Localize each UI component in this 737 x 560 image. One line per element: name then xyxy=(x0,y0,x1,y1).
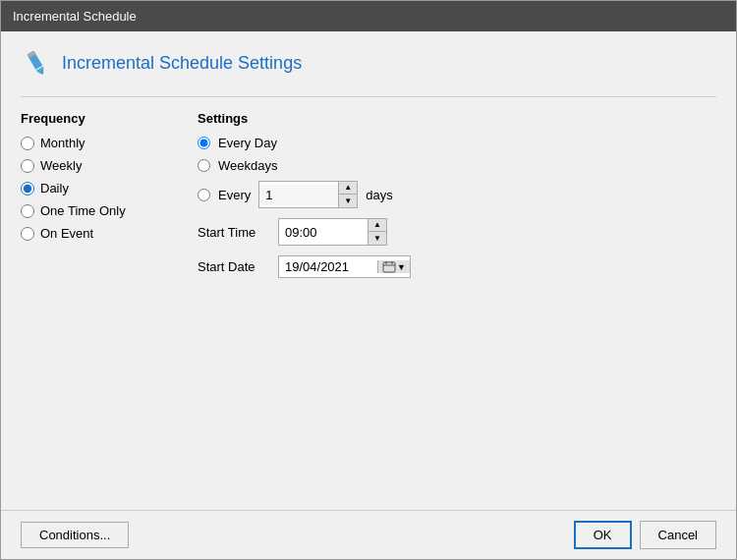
start-time-input-wrapper: ▲ ▼ xyxy=(278,218,387,246)
calendar-dropdown-arrow: ▼ xyxy=(397,262,406,272)
frequency-weekly-label[interactable]: Weekly xyxy=(40,158,82,173)
conditions-button[interactable]: Conditions... xyxy=(21,522,129,548)
frequency-on-event-item[interactable]: On Event xyxy=(21,226,198,241)
settings-section: Settings Every Day Weekdays Every xyxy=(198,111,716,494)
frequency-weekly-item[interactable]: Weekly xyxy=(21,158,198,173)
divider xyxy=(21,96,716,97)
svg-rect-4 xyxy=(383,262,395,272)
every-n-down-button[interactable]: ▼ xyxy=(339,195,357,207)
frequency-on-event-radio[interactable] xyxy=(21,227,34,241)
start-time-row: Start Time ▲ ▼ xyxy=(198,218,716,246)
every-n-spinner-buttons: ▲ ▼ xyxy=(338,182,357,207)
header-title: Incremental Schedule Settings xyxy=(62,53,302,74)
frequency-monthly-item[interactable]: Monthly xyxy=(21,136,198,150)
frequency-daily-item[interactable]: Daily xyxy=(21,181,198,196)
frequency-one-time-radio[interactable] xyxy=(21,204,34,218)
ok-button[interactable]: OK xyxy=(574,521,632,549)
start-time-spinner-buttons: ▲ ▼ xyxy=(368,219,386,245)
every-day-row[interactable]: Every Day xyxy=(198,136,716,150)
cancel-button[interactable]: Cancel xyxy=(640,521,716,549)
every-n-row: Every ▲ ▼ days xyxy=(198,181,716,208)
dialog-title: Incremental Schedule xyxy=(13,9,137,24)
start-time-down-button[interactable]: ▼ xyxy=(368,232,386,245)
weekdays-label[interactable]: Weekdays xyxy=(218,158,277,173)
weekdays-row[interactable]: Weekdays xyxy=(198,158,716,173)
every-n-spinner: ▲ ▼ xyxy=(258,181,358,208)
weekdays-radio[interactable] xyxy=(198,159,210,172)
start-date-input-wrapper: ▼ xyxy=(278,255,411,278)
frequency-one-time-label[interactable]: One Time Only xyxy=(40,203,126,218)
incremental-schedule-dialog: Incremental Schedule Incremental Schedul… xyxy=(0,0,737,560)
days-label: days xyxy=(366,188,392,202)
start-date-row: Start Date ▼ xyxy=(198,255,716,278)
calendar-button[interactable]: ▼ xyxy=(377,260,410,273)
settings-label: Settings xyxy=(198,111,716,126)
start-date-input[interactable] xyxy=(279,256,377,277)
start-time-input[interactable] xyxy=(279,222,368,243)
dialog-footer: Conditions... OK Cancel xyxy=(1,510,736,559)
frequency-daily-radio[interactable] xyxy=(21,182,34,196)
title-bar: Incremental Schedule xyxy=(1,1,736,31)
frequency-on-event-label[interactable]: On Event xyxy=(40,226,93,241)
start-time-up-button[interactable]: ▲ xyxy=(368,219,386,232)
every-n-input[interactable] xyxy=(259,185,338,205)
dialog-body: Incremental Schedule Settings Frequency … xyxy=(1,31,736,510)
frequency-label: Frequency xyxy=(21,111,198,126)
schedule-radio-group: Every Day Weekdays Every ▲ ▼ xyxy=(198,136,716,208)
header-section: Incremental Schedule Settings xyxy=(21,47,716,79)
frequency-section: Frequency Monthly Weekly Daily xyxy=(21,111,198,494)
every-day-radio[interactable] xyxy=(198,137,210,149)
every-n-up-button[interactable]: ▲ xyxy=(339,182,357,195)
frequency-daily-label[interactable]: Daily xyxy=(40,181,69,196)
frequency-one-time-item[interactable]: One Time Only xyxy=(21,203,198,218)
every-n-radio[interactable] xyxy=(198,189,210,201)
content-area: Frequency Monthly Weekly Daily xyxy=(21,111,716,494)
pencil-icon xyxy=(21,47,52,79)
frequency-monthly-radio[interactable] xyxy=(21,137,34,150)
frequency-weekly-radio[interactable] xyxy=(21,159,34,173)
frequency-monthly-label[interactable]: Monthly xyxy=(40,136,85,150)
frequency-radio-group: Monthly Weekly Daily One Time Only xyxy=(21,136,198,241)
start-time-label: Start Time xyxy=(198,225,266,240)
start-date-label: Start Date xyxy=(198,259,266,274)
ok-cancel-group: OK Cancel xyxy=(574,521,716,549)
every-n-label[interactable]: Every xyxy=(218,188,251,202)
every-day-label[interactable]: Every Day xyxy=(218,136,277,150)
